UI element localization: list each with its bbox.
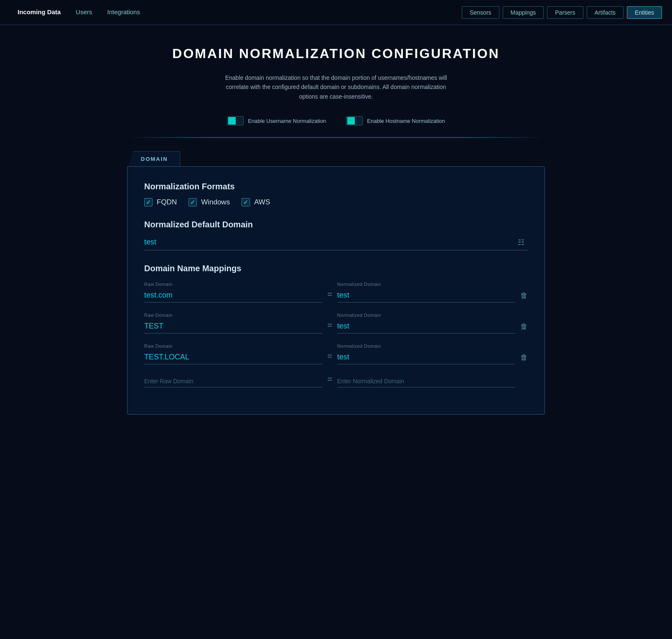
checkbox-aws[interactable]: AWS xyxy=(242,198,270,206)
raw-domain-label-3: Raw Domain xyxy=(144,344,322,349)
mapping-raw-new: Enter Raw Domain xyxy=(144,375,322,387)
checkbox-fqdn-box[interactable] xyxy=(144,198,153,206)
toggle-username-label: Enable Username Normalization xyxy=(248,118,326,124)
raw-domain-value-3[interactable]: TEST.LOCAL xyxy=(144,350,322,364)
normalization-formats-title: Normalization Formats xyxy=(144,182,528,191)
equals-icon-1: = xyxy=(327,290,332,303)
toggle-username-switch[interactable] xyxy=(227,116,244,125)
checkbox-windows[interactable]: Windows xyxy=(188,198,230,206)
toggle-hostname-label: Enable Hostname Normalization xyxy=(367,118,445,124)
normalized-domain-label-2: Normalized Domain xyxy=(337,313,515,318)
normalized-default-domain-title: Normalized Default Domain xyxy=(144,220,528,229)
panel-wrapper: Normalization Formats FQDN Windows AWS N… xyxy=(127,166,545,415)
nav-item-integrations[interactable]: Integrations xyxy=(100,0,148,25)
mapping-raw-2: Raw Domain TEST xyxy=(144,313,322,334)
toggle-username-normalization[interactable]: Enable Username Normalization xyxy=(227,116,326,125)
nav-btn-entities[interactable]: Entities xyxy=(627,6,662,19)
mapping-raw-3: Raw Domain TEST.LOCAL xyxy=(144,344,322,364)
raw-domain-input-new[interactable]: Enter Raw Domain xyxy=(144,375,322,387)
raw-domain-value-2[interactable]: TEST xyxy=(144,319,322,334)
checkbox-fqdn-label: FQDN xyxy=(157,198,177,206)
mapping-normalized-new: Enter Normalized Domain xyxy=(337,375,515,387)
checkbox-aws-label: AWS xyxy=(254,198,270,206)
delete-row-3-button[interactable]: 🗑 xyxy=(520,353,528,364)
mapping-row-new: Enter Raw Domain = Enter Normalized Doma… xyxy=(144,374,528,387)
toggle-hostname-switch[interactable] xyxy=(346,116,363,125)
mapping-normalized-3: Normalized Domain test xyxy=(337,344,515,364)
raw-domain-label-2: Raw Domain xyxy=(144,313,322,318)
delete-row-1-button[interactable]: 🗑 xyxy=(520,291,528,303)
nav-btn-parsers[interactable]: Parsers xyxy=(547,6,583,19)
raw-domain-value-1[interactable]: test.com xyxy=(144,288,322,303)
nav-btn-mappings[interactable]: Mappings xyxy=(503,6,544,19)
normalized-domain-input-new[interactable]: Enter Normalized Domain xyxy=(337,375,515,387)
nav-item-users[interactable]: Users xyxy=(68,0,99,25)
page-description: Enable domain normalization so that the … xyxy=(219,73,453,101)
mapping-row-3: Raw Domain TEST.LOCAL = Normalized Domai… xyxy=(144,344,528,364)
checkbox-fqdn[interactable]: FQDN xyxy=(144,198,177,206)
nav-btn-sensors[interactable]: Sensors xyxy=(462,6,499,19)
normalized-domain-value-1[interactable]: test xyxy=(337,288,515,303)
normalization-formats-checkboxes: FQDN Windows AWS xyxy=(144,198,528,206)
raw-domain-label-1: Raw Domain xyxy=(144,282,322,287)
mapping-row-1: Raw Domain test.com = Normalized Domain … xyxy=(144,282,528,303)
delete-row-2-button[interactable]: 🗑 xyxy=(520,322,528,334)
normalized-domain-value-3[interactable]: test xyxy=(337,350,515,364)
toggle-username-knob xyxy=(228,117,236,125)
mapping-normalized-2: Normalized Domain test xyxy=(337,313,515,334)
checkbox-aws-box[interactable] xyxy=(242,198,250,206)
horizontal-divider xyxy=(127,137,545,138)
tab-domain[interactable]: DOMAIN xyxy=(129,151,180,166)
mapping-raw-1: Raw Domain test.com xyxy=(144,282,322,303)
equals-icon-new: = xyxy=(327,374,332,387)
toggle-row: Enable Username Normalization Enable Hos… xyxy=(127,116,545,125)
checkbox-windows-label: Windows xyxy=(201,198,230,206)
equals-icon-2: = xyxy=(327,321,332,334)
domain-name-mappings-title: Domain Name Mappings xyxy=(144,264,528,273)
nav-item-incoming-data[interactable]: Incoming Data xyxy=(10,0,68,25)
main-content: DOMAIN NORMALIZATION CONFIGURATION Enabl… xyxy=(102,25,570,440)
mapping-row-2: Raw Domain TEST = Normalized Domain test… xyxy=(144,313,528,334)
normalized-domain-label-1: Normalized Domain xyxy=(337,282,515,287)
domain-panel: Normalization Formats FQDN Windows AWS N… xyxy=(127,166,545,415)
normalized-domain-value-2[interactable]: test xyxy=(337,319,515,334)
normalized-default-domain-field: test ☷ xyxy=(144,234,528,250)
page-title: DOMAIN NORMALIZATION CONFIGURATION xyxy=(127,46,545,61)
domain-edit-icon[interactable]: ☷ xyxy=(514,236,528,249)
toggle-hostname-knob xyxy=(347,117,355,125)
nav-btn-artifacts[interactable]: Artifacts xyxy=(587,6,624,19)
mapping-normalized-1: Normalized Domain test xyxy=(337,282,515,303)
nav-bar: Incoming Data Users Integrations Sensors… xyxy=(0,0,672,25)
checkbox-windows-box[interactable] xyxy=(188,198,197,206)
equals-icon-3: = xyxy=(327,351,332,364)
normalized-domain-label-3: Normalized Domain xyxy=(337,344,515,349)
toggle-hostname-normalization[interactable]: Enable Hostname Normalization xyxy=(346,116,445,125)
tab-container: DOMAIN xyxy=(127,151,545,166)
normalized-default-domain-value[interactable]: test xyxy=(144,234,514,250)
